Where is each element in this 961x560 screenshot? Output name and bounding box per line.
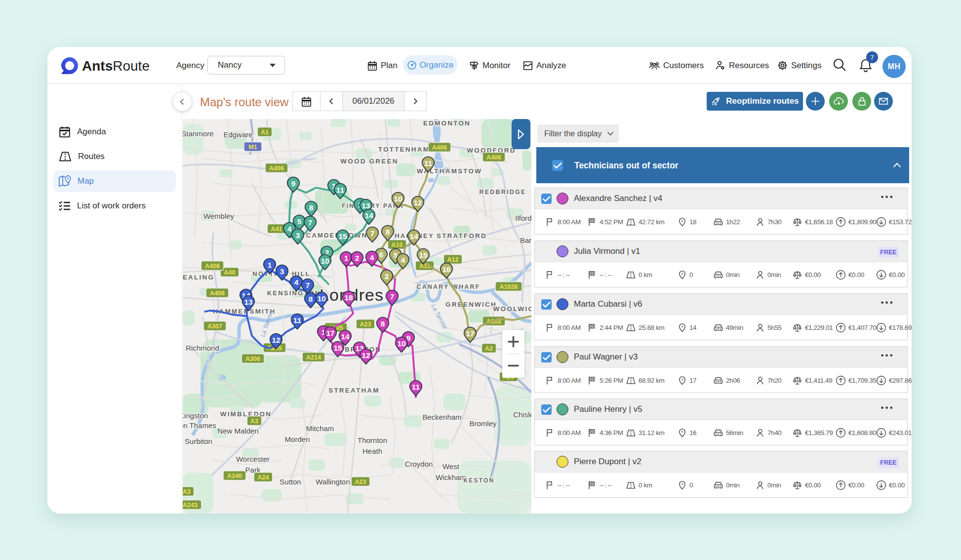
- svg-text:A406: A406: [210, 290, 225, 297]
- svg-text:Ilford: Ilford: [515, 214, 531, 222]
- svg-text:11: 11: [293, 316, 302, 324]
- svg-text:A306: A306: [245, 356, 260, 362]
- svg-text:A3: A3: [183, 488, 191, 495]
- svg-text:Heath: Heath: [362, 447, 382, 455]
- svg-text:Mitcham: Mitcham: [306, 424, 334, 433]
- svg-text:18: 18: [344, 293, 353, 302]
- svg-text:Croydon: Croydon: [405, 460, 433, 468]
- svg-text:14: 14: [409, 232, 418, 240]
- svg-text:GREENWICH: GREENWICH: [445, 301, 497, 308]
- svg-text:A406: A406: [205, 263, 220, 270]
- svg-text:3: 3: [280, 267, 284, 276]
- svg-text:A243: A243: [183, 502, 198, 509]
- svg-text:A307: A307: [207, 323, 222, 330]
- svg-text:WOOD GREEN: WOOD GREEN: [340, 158, 398, 165]
- svg-text:12: 12: [272, 336, 280, 344]
- svg-text:2: 2: [355, 254, 360, 262]
- svg-text:A40: A40: [224, 269, 236, 276]
- svg-text:10: 10: [317, 294, 325, 303]
- svg-text:4: 4: [370, 253, 374, 262]
- svg-text:Bromley: Bromley: [469, 419, 497, 428]
- svg-text:11: 11: [336, 186, 345, 194]
- svg-text:Edgware: Edgware: [223, 130, 252, 139]
- svg-text:WIMBLEDON: WIMBLEDON: [220, 410, 272, 418]
- svg-text:A23: A23: [360, 321, 371, 328]
- svg-text:A406: A406: [486, 154, 501, 161]
- svg-text:Stanmore: Stanmore: [183, 129, 214, 138]
- svg-text:9: 9: [291, 179, 296, 188]
- svg-text:A406: A406: [269, 165, 284, 172]
- svg-text:10: 10: [320, 257, 329, 265]
- svg-text:upon Thames: upon Thames: [183, 421, 216, 430]
- svg-text:4: 4: [294, 278, 299, 286]
- svg-text:A24: A24: [258, 474, 269, 481]
- svg-text:2: 2: [385, 272, 389, 280]
- svg-text:A23: A23: [355, 479, 366, 485]
- svg-text:STREATHAM: STREATHAM: [328, 387, 380, 394]
- svg-text:10: 10: [394, 195, 402, 203]
- svg-text:4: 4: [287, 225, 292, 233]
- svg-text:M1: M1: [248, 144, 257, 151]
- svg-text:Worcester: Worcester: [236, 455, 270, 463]
- svg-text:Barki: Barki: [520, 236, 531, 244]
- svg-text:Wickham: Wickham: [436, 473, 466, 481]
- svg-text:Morden: Morden: [285, 435, 310, 443]
- svg-text:6: 6: [379, 250, 384, 259]
- svg-text:A1026: A1026: [500, 283, 518, 290]
- svg-text:14: 14: [364, 211, 373, 220]
- svg-text:A10: A10: [392, 241, 403, 248]
- svg-text:CANARY WHARF: CANARY WHARF: [416, 283, 480, 290]
- svg-text:12: 12: [413, 199, 422, 207]
- svg-text:17: 17: [466, 329, 474, 338]
- svg-text:A3: A3: [250, 418, 258, 425]
- svg-text:11: 11: [424, 159, 433, 167]
- svg-text:7: 7: [306, 281, 310, 289]
- svg-text:Wallington: Wallington: [316, 478, 350, 486]
- svg-text:KESTON: KESTON: [464, 477, 495, 484]
- svg-text:15: 15: [333, 344, 342, 352]
- svg-text:10: 10: [397, 339, 405, 348]
- svg-text:Sutton: Sutton: [280, 478, 301, 486]
- svg-text:8: 8: [381, 320, 385, 328]
- svg-text:Thornton: Thornton: [358, 436, 387, 444]
- svg-text:A12: A12: [447, 256, 459, 263]
- svg-text:1: 1: [268, 261, 272, 269]
- svg-text:New Malden: New Malden: [217, 427, 258, 435]
- svg-text:8: 8: [386, 228, 390, 236]
- svg-text:A406: A406: [432, 144, 447, 151]
- svg-text:15: 15: [338, 232, 347, 240]
- svg-text:7: 7: [370, 229, 375, 238]
- svg-text:17: 17: [326, 329, 334, 337]
- svg-text:Beckenham: Beckenham: [422, 413, 461, 421]
- svg-text:Wembley: Wembley: [203, 212, 235, 220]
- svg-text:STRATFORD: STRATFORD: [437, 232, 487, 240]
- svg-text:8: 8: [309, 295, 313, 303]
- svg-text:WOOLWICH: WOOLWICH: [493, 305, 531, 313]
- svg-text:7: 7: [390, 292, 395, 301]
- svg-text:A2: A2: [485, 345, 493, 352]
- svg-text:3: 3: [296, 231, 300, 240]
- svg-text:15: 15: [419, 251, 428, 259]
- svg-text:Richmond: Richmond: [186, 344, 219, 352]
- svg-text:Surbiton: Surbiton: [185, 437, 212, 445]
- svg-text:8: 8: [309, 203, 314, 212]
- svg-text:12: 12: [361, 351, 370, 360]
- svg-text:7: 7: [308, 218, 313, 227]
- svg-text:4: 4: [401, 256, 405, 264]
- svg-text:TOTTENHAM: TOTTENHAM: [378, 146, 430, 153]
- svg-text:EALING: EALING: [183, 274, 214, 281]
- svg-text:EDMONTON: EDMONTON: [423, 120, 471, 127]
- svg-text:13: 13: [361, 201, 370, 210]
- svg-text:REDBRIDGE: REDBRIDGE: [480, 189, 526, 196]
- svg-text:5: 5: [297, 217, 302, 226]
- svg-text:14: 14: [341, 332, 350, 341]
- svg-text:A41: A41: [271, 226, 282, 233]
- svg-text:Kingston: Kingston: [183, 411, 208, 420]
- svg-text:A240: A240: [227, 473, 242, 480]
- svg-text:West: West: [442, 462, 460, 471]
- svg-text:1: 1: [344, 254, 349, 262]
- svg-text:16: 16: [442, 265, 451, 274]
- svg-text:A1: A1: [261, 129, 269, 136]
- svg-text:13: 13: [244, 298, 253, 306]
- svg-text:11: 11: [412, 383, 420, 391]
